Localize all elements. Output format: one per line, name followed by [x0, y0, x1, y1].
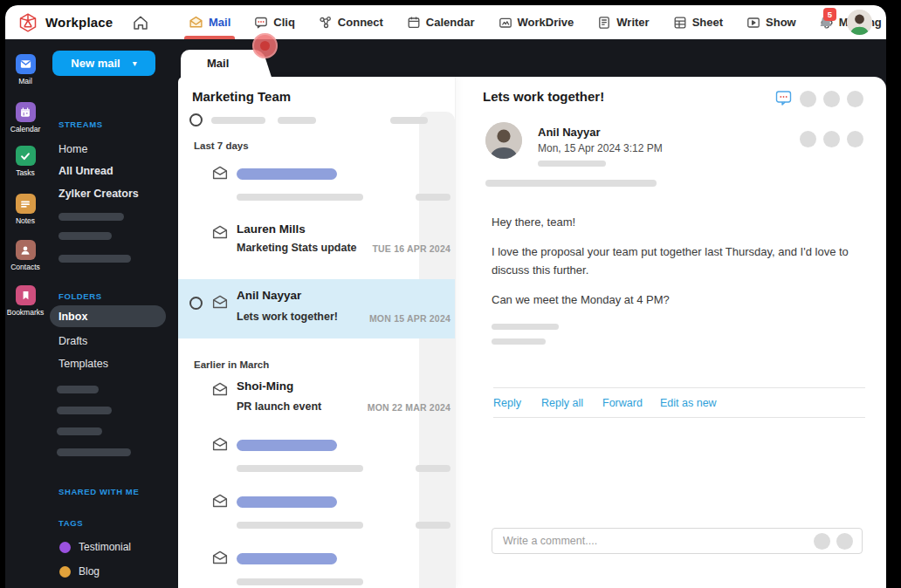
- comment-icon[interactable]: [775, 90, 792, 110]
- notifications-bell-icon[interactable]: 5: [817, 14, 835, 31]
- envelope-icon: [211, 493, 229, 509]
- sidebar-item-drafts[interactable]: Drafts: [58, 335, 87, 347]
- envelope-icon: [211, 550, 229, 565]
- tab-mail[interactable]: Mail: [181, 50, 256, 78]
- chevron-down-icon: ▾: [133, 58, 137, 68]
- sender-avatar[interactable]: [485, 122, 522, 159]
- calendar-nav-icon: [407, 16, 421, 30]
- list-item-skeleton[interactable]: [178, 550, 455, 588]
- rail-item-tasks[interactable]: Tasks: [5, 146, 45, 177]
- envelope-icon: [211, 294, 229, 310]
- edit-as-new-link[interactable]: Edit as new: [660, 397, 717, 409]
- list-item-shoi-ming[interactable]: Shoi-Ming PR launch event MON 22 MAR 202…: [178, 379, 455, 420]
- sidebar-item-home[interactable]: Home: [58, 143, 87, 155]
- nav-writer[interactable]: Writer: [597, 5, 649, 39]
- reply-link[interactable]: Reply: [493, 397, 521, 409]
- envelope-icon: [211, 165, 229, 181]
- rail-item-bookmarks[interactable]: Bookmarks: [5, 285, 45, 317]
- tag-color-dot: [59, 542, 71, 553]
- new-mail-button[interactable]: New mail ▾: [52, 51, 155, 76]
- home-icon[interactable]: [132, 14, 149, 31]
- action-placeholder-button[interactable]: [847, 131, 863, 147]
- tag-blog[interactable]: Blog: [59, 565, 100, 578]
- list-item-lauren-mills[interactable]: Lauren Mills Marketing Stats update TUE …: [178, 222, 455, 261]
- mail-app-icon: [16, 54, 36, 74]
- select-all-radio[interactable]: [189, 113, 203, 126]
- list-toolbar-row: [178, 113, 455, 127]
- reading-pane: Lets work together! Anil Nayyar Mon, 15 …: [456, 77, 886, 588]
- reply-all-link[interactable]: Reply all: [541, 397, 583, 409]
- connect-nav-icon: [319, 16, 333, 30]
- brand-name: Workplace: [45, 15, 113, 30]
- skeleton-bar: [485, 180, 657, 187]
- rail-item-notes[interactable]: Notes: [5, 194, 45, 225]
- body-paragraph: Hey there, team!: [492, 213, 886, 231]
- show-nav-icon: [746, 16, 760, 30]
- skeleton-bar: [416, 522, 450, 529]
- skeleton-bar: [237, 496, 337, 508]
- skeleton-bar: [237, 440, 337, 451]
- message-body: Hey there, team! I love the proposal you…: [492, 213, 886, 320]
- body-paragraph: I love the proposal your team put togeth…: [492, 243, 886, 279]
- message-subject: Lets work together!: [483, 89, 604, 104]
- action-placeholder-button[interactable]: [800, 91, 816, 107]
- rail-item-calendar[interactable]: Calendar: [5, 102, 45, 133]
- topbar-right: 5: [817, 5, 872, 39]
- forward-link[interactable]: Forward: [602, 397, 643, 409]
- comment-buttons: [814, 533, 853, 550]
- writer-nav-icon: [597, 16, 611, 30]
- skeleton-bar: [492, 338, 546, 345]
- action-placeholder-button[interactable]: [823, 91, 840, 107]
- list-item-skeleton[interactable]: [178, 165, 455, 207]
- cliq-nav-icon: [254, 16, 268, 30]
- comment-input[interactable]: [492, 529, 781, 553]
- tasks-app-icon: [16, 146, 36, 166]
- message-datetime: Mon, 15 Apr 2024 3:12 PM: [538, 142, 663, 154]
- sidebar-item-inbox[interactable]: Inbox: [50, 305, 166, 327]
- envelope-icon: [211, 436, 229, 452]
- sidebar-item-zylker-creators[interactable]: Zylker Creators: [58, 188, 139, 200]
- nav-workdrive[interactable]: WorkDrive: [499, 5, 574, 39]
- sidebar-item-templates[interactable]: Templates: [58, 358, 108, 370]
- list-section-label: Last 7 days: [194, 140, 249, 151]
- skeleton-bar: [416, 194, 450, 201]
- workplace-logo-icon: [17, 12, 38, 33]
- rail-item-contacts[interactable]: Contacts: [5, 240, 45, 271]
- action-placeholder-button[interactable]: [800, 131, 816, 147]
- skeleton-bar: [237, 465, 363, 472]
- nav-calendar[interactable]: Calendar: [407, 5, 475, 39]
- comment-box: [492, 528, 863, 554]
- skeleton-bar: [538, 161, 606, 167]
- sender-name: Anil Nayyar: [538, 126, 601, 139]
- sidebar-item-all-unread[interactable]: All Unread: [58, 165, 113, 177]
- list-item-skeleton[interactable]: [178, 493, 455, 535]
- app-rail: Mail Calendar Tasks Notes Contacts: [5, 39, 45, 588]
- message-actions: Reply Reply all Forward Edit as new: [456, 397, 886, 411]
- nav-show[interactable]: Show: [746, 5, 796, 39]
- user-avatar[interactable]: [847, 10, 872, 35]
- nav-mail[interactable]: Mail: [189, 5, 230, 39]
- rail-item-mail[interactable]: Mail: [5, 54, 45, 85]
- list-item-anil-nayyar[interactable]: Anil Nayyar Lets work together! MON 15 A…: [178, 279, 455, 338]
- brand: Workplace: [5, 12, 149, 33]
- notification-badge: 5: [823, 8, 836, 21]
- list-item-skeleton[interactable]: [178, 436, 455, 478]
- action-placeholder-button[interactable]: [823, 131, 840, 147]
- comment-placeholder-button[interactable]: [814, 533, 830, 550]
- skeleton-bar: [211, 117, 265, 124]
- sender-action-buttons: [800, 131, 863, 147]
- nav-connect[interactable]: Connect: [319, 5, 383, 39]
- header-action-buttons: [800, 91, 863, 107]
- skeleton-bar: [58, 255, 131, 263]
- select-message-radio[interactable]: [189, 297, 203, 310]
- comment-placeholder-button[interactable]: [836, 533, 853, 550]
- nav-sheet[interactable]: Sheet: [673, 5, 723, 39]
- tag-testimonial[interactable]: Testimonial: [59, 541, 131, 553]
- tags-section-label: TAGS: [58, 518, 83, 528]
- contacts-app-icon: [16, 240, 36, 260]
- skeleton-bar: [237, 168, 337, 180]
- shared-section-label[interactable]: SHARED WITH ME: [58, 487, 139, 496]
- action-placeholder-button[interactable]: [847, 91, 863, 107]
- skeleton-bar: [237, 578, 363, 585]
- divider: [493, 387, 865, 388]
